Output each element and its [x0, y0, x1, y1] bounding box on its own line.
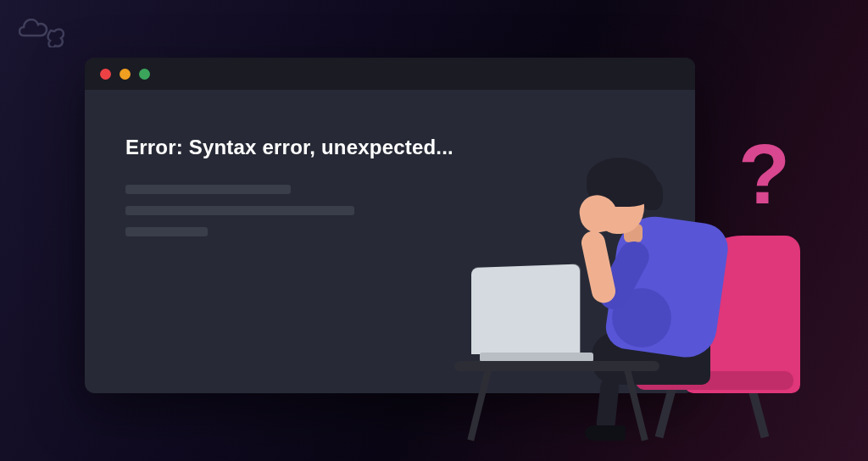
confused-developer-illustration: ? [449, 102, 839, 458]
person-shoe [585, 425, 626, 441]
close-icon[interactable] [100, 69, 111, 80]
laptop-screen [471, 264, 580, 354]
question-mark-icon: ? [738, 125, 790, 223]
table-top [454, 361, 659, 371]
placeholder-line [125, 227, 208, 236]
placeholder-line [125, 185, 291, 194]
minimize-icon[interactable] [120, 69, 131, 80]
window-title-bar [85, 58, 695, 90]
chair-leg [748, 387, 769, 439]
maximize-icon[interactable] [139, 69, 150, 80]
brand-logo-icon [19, 19, 64, 51]
placeholder-line [125, 206, 354, 215]
chair-leg [655, 387, 676, 439]
table-leg [467, 369, 492, 441]
